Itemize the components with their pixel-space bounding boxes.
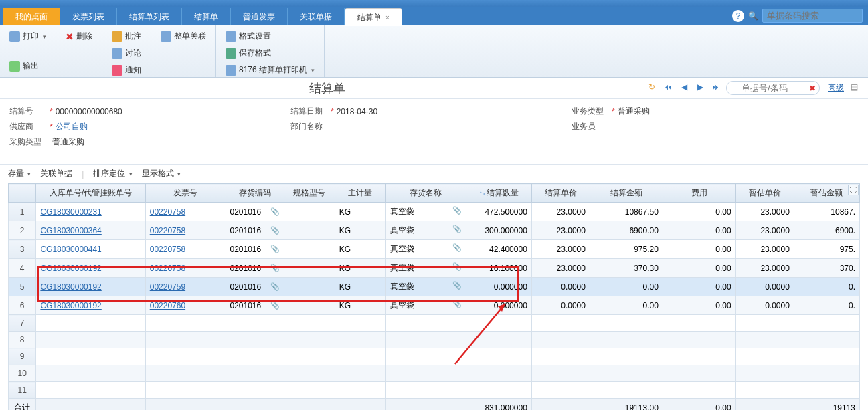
cell-doc[interactable]: CG18030000192 xyxy=(36,278,145,296)
format-button[interactable]: 格式设置 xyxy=(223,29,317,43)
col-fee[interactable]: 费用 xyxy=(663,184,735,203)
expand-icon[interactable]: ⛶ xyxy=(848,185,859,195)
display-button[interactable]: 显示格式 ▾ xyxy=(142,168,181,179)
cell-code: 0201016📎 xyxy=(226,240,284,259)
col-price[interactable]: 结算单价 xyxy=(531,184,590,203)
refresh-icon[interactable]: ↻ xyxy=(646,82,658,94)
tab-settle[interactable]: 结算单 xyxy=(182,8,231,25)
cell-qty: 300.000000 xyxy=(466,221,531,240)
attach-icon[interactable]: 📎 xyxy=(270,207,280,216)
next-icon[interactable]: ▶ xyxy=(694,82,706,94)
attach-icon[interactable]: 📎 xyxy=(270,226,280,235)
table-row[interactable]: 2CG18030000364002207580201016📎KG真空袋📎300.… xyxy=(9,221,860,240)
barcode-search-input[interactable] xyxy=(762,9,863,23)
row-number: 11 xyxy=(9,382,36,399)
cell-inv[interactable]: 00220760 xyxy=(145,296,226,315)
related-button[interactable]: 关联单据 xyxy=(40,168,72,179)
last-icon[interactable]: ⏭ xyxy=(710,82,722,94)
col-rownum[interactable] xyxy=(9,184,36,203)
cell-doc[interactable]: CG18030000364 xyxy=(36,221,145,240)
tab-settle-active[interactable]: 结算单× xyxy=(345,8,402,26)
notify-button[interactable]: 通知 xyxy=(109,63,144,77)
cell-doc[interactable]: CG18030000192 xyxy=(36,296,145,315)
cell-inv[interactable]: 00220758 xyxy=(145,221,226,240)
cell-ep: 0.0000 xyxy=(735,296,794,315)
attach-icon[interactable]: 📎 xyxy=(452,243,462,252)
cell-price: 0.0000 xyxy=(531,296,590,315)
table-row-empty[interactable]: 11 xyxy=(9,382,860,399)
supplier-value[interactable]: 公司自购 xyxy=(56,121,88,132)
cell-name: 真空袋📎 xyxy=(386,203,466,221)
cell-fee: 0.00 xyxy=(663,240,735,259)
stock-button[interactable]: 存量 ▾ xyxy=(8,168,31,179)
table-row[interactable]: 3CG18030000441002207580201016📎KG真空袋📎42.4… xyxy=(9,240,860,259)
list-icon[interactable]: ▤ xyxy=(848,82,860,94)
attach-icon[interactable]: 📎 xyxy=(270,282,280,291)
total-qty: 831.000000 xyxy=(466,399,531,411)
discuss-button[interactable]: 讨论 xyxy=(109,46,144,60)
help-icon[interactable]: ? xyxy=(732,10,744,22)
attach-icon[interactable]: 📎 xyxy=(270,264,280,272)
table-row[interactable]: 1CG18030000231002207580201016📎KG真空袋📎472.… xyxy=(9,203,860,221)
prev-icon[interactable]: ◀ xyxy=(678,82,690,94)
cell-inv[interactable]: 00220758 xyxy=(145,240,226,259)
cell-price: 23.0000 xyxy=(531,221,590,240)
col-stock-name[interactable]: 存货名称 xyxy=(386,184,466,203)
first-icon[interactable]: ⏮ xyxy=(662,82,674,94)
col-qty[interactable]: ↑₁结算数量 xyxy=(466,184,531,203)
col-est-price[interactable]: 暂估单价 xyxy=(735,184,794,203)
cell-doc[interactable]: CG18030000231 xyxy=(36,203,145,221)
tab-settle-list[interactable]: 结算单列表 xyxy=(117,8,182,25)
cell-inv[interactable]: 00220759 xyxy=(145,278,226,296)
attach-icon[interactable]: 📎 xyxy=(452,281,462,290)
col-invoice-no[interactable]: 发票号 xyxy=(145,184,226,203)
cell-ep: 23.0000 xyxy=(735,259,794,278)
col-doc-no[interactable]: 入库单号/代管挂账单号 xyxy=(36,184,145,203)
note-button[interactable]: 批注 xyxy=(109,29,144,43)
cell-inv[interactable]: 00220758 xyxy=(145,259,226,278)
cell-unit: KG xyxy=(335,203,385,221)
table-row[interactable]: 5CG18030000192002207590201016📎KG真空袋📎0.00… xyxy=(9,278,860,296)
attach-icon[interactable]: 📎 xyxy=(452,300,462,308)
attach-icon[interactable]: 📎 xyxy=(452,206,462,215)
delete-button[interactable]: ✖删除 xyxy=(63,29,95,43)
table-row[interactable]: 4CG18030000192002207580201016📎KG真空袋📎16.1… xyxy=(9,259,860,278)
clear-icon[interactable]: ✖ xyxy=(809,84,816,93)
attach-icon[interactable]: 📎 xyxy=(270,245,280,253)
table-row-empty[interactable]: 7 xyxy=(9,315,860,332)
close-icon[interactable]: × xyxy=(385,14,389,21)
save-format-button[interactable]: 保存格式 xyxy=(223,46,317,60)
table-row-empty[interactable]: 9 xyxy=(9,348,860,365)
template-button[interactable]: 8176 结算单打印机▾ xyxy=(223,63,317,77)
col-unit[interactable]: 主计量 xyxy=(335,184,385,203)
full-link-button[interactable]: 整单关联 xyxy=(158,29,209,43)
cell-price: 0.0000 xyxy=(531,278,590,296)
cell-qty: 0.000000 xyxy=(466,278,531,296)
tab-related-doc[interactable]: 关联单据 xyxy=(288,8,345,25)
cell-qty: 42.400000 xyxy=(466,240,531,259)
cell-fee: 0.00 xyxy=(663,221,735,240)
advanced-link[interactable]: 高级 xyxy=(828,82,844,94)
attach-icon[interactable]: 📎 xyxy=(452,262,462,271)
tab-normal-invoice[interactable]: 普通发票 xyxy=(231,8,288,25)
search-icon: 🔍 xyxy=(748,11,758,21)
sort-button[interactable]: 排序定位 ▾ xyxy=(93,168,132,179)
cell-inv[interactable]: 00220758 xyxy=(145,203,226,221)
total-label: 合计 xyxy=(9,399,36,411)
attach-icon[interactable]: 📎 xyxy=(270,301,280,310)
col-spec[interactable]: 规格型号 xyxy=(284,184,335,203)
col-stock-code[interactable]: 存货编码 xyxy=(226,184,284,203)
table-row-empty[interactable]: 8 xyxy=(9,332,860,348)
col-amount[interactable]: 结算金额 xyxy=(590,184,663,203)
output-button[interactable]: 输出 xyxy=(7,59,49,73)
table-row-empty[interactable]: 10 xyxy=(9,365,860,382)
cell-doc[interactable]: CG18030000441 xyxy=(36,240,145,259)
print-button[interactable]: 打印▾ xyxy=(7,29,49,43)
tab-invoice-list[interactable]: 发票列表 xyxy=(60,8,117,25)
attach-icon[interactable]: 📎 xyxy=(452,225,462,233)
header-row: 结算单 ↻ ⏮ ◀ ▶ ⏭ 🔍 ✖ 高级 ▤ xyxy=(0,78,868,99)
doc-search-input[interactable] xyxy=(726,81,820,95)
table-row[interactable]: 6CG18030000192002207600201016📎KG真空袋📎0.00… xyxy=(9,296,860,315)
cell-doc[interactable]: CG18030000192 xyxy=(36,259,145,278)
tab-desktop[interactable]: 我的桌面 xyxy=(3,8,60,25)
